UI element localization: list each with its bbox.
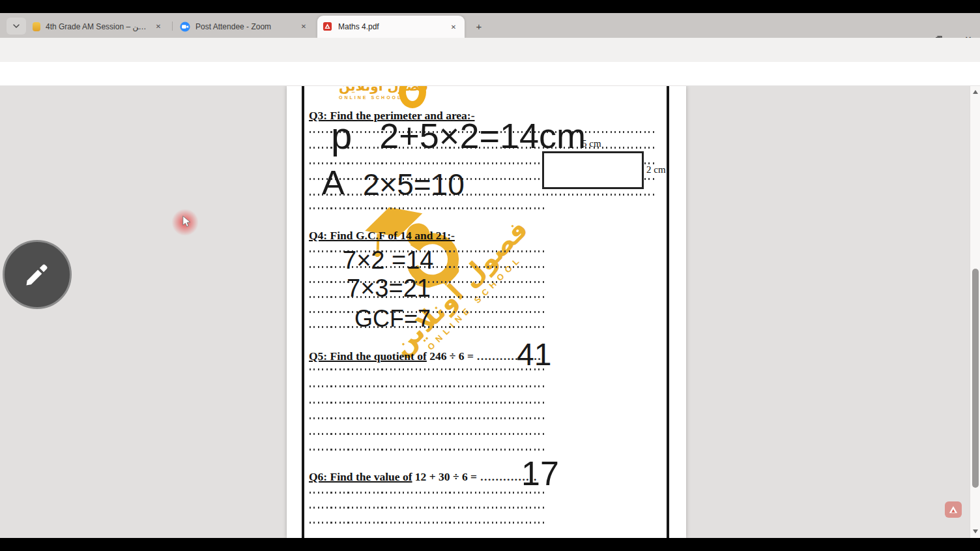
- tab-title: Post Attendee - Zoom: [195, 22, 293, 31]
- pdf-toolbar: Draw A))) ةa Ask Copilot — ↔ 2 of 2: [0, 62, 980, 86]
- q6-heading-rest: 12 + 30 ÷ 6 =: [412, 470, 480, 483]
- tab-title: 4th Grade AM Session – فصول أونلاين: [46, 22, 147, 31]
- pdf-favicon: [323, 22, 333, 32]
- acrobat-icon: [949, 505, 958, 514]
- worksheet-border-left: [302, 86, 304, 538]
- q3-area-annotation: A 2×5=10: [322, 163, 465, 202]
- perimeter-equation: 2+5×2=14cm: [379, 115, 586, 156]
- rect-height-label: 2 cm: [646, 164, 666, 175]
- q6-heading-underlined: Q6: Find the value of: [309, 470, 412, 483]
- q6-answer-annotation: 17: [521, 454, 559, 493]
- zoom-favicon: [180, 22, 190, 32]
- dotted-line: [310, 433, 544, 435]
- tab-divider: [172, 22, 173, 31]
- q4-answer: GCF=7: [354, 305, 431, 333]
- dotted-line: [310, 507, 544, 509]
- q4-heading: Q4: Find G.C.F of 14 and 21:-: [309, 229, 455, 243]
- tab-maths-pdf-active[interactable]: Maths 4.pdf ✕: [317, 16, 465, 38]
- session-favicon: [33, 22, 40, 31]
- mouse-cursor-icon: [181, 215, 193, 228]
- annotation-pencil-button[interactable]: [3, 240, 72, 309]
- dotted-line: [310, 449, 544, 451]
- tab-grade-session[interactable]: 4th Grade AM Session – فصول أونلاين ✕: [27, 17, 169, 36]
- dotted-line: [310, 492, 544, 494]
- q4-step2: 7×3=21: [347, 275, 431, 303]
- rectangle-figure: [542, 151, 644, 189]
- browser-tab-bar: 4th Grade AM Session – فصول أونلاين ✕ Po…: [0, 13, 980, 38]
- scroll-up-icon[interactable]: [973, 90, 978, 94]
- tab-zoom[interactable]: Post Attendee - Zoom ✕: [175, 17, 315, 36]
- close-tab-icon[interactable]: ✕: [298, 21, 310, 33]
- scrollbar-thumb[interactable]: [972, 269, 979, 488]
- q5-heading-rest: 246 ÷ 6 =: [427, 350, 476, 363]
- address-bar: ← File | C:/Users/iShop/Downloads/Maths%…: [0, 38, 980, 62]
- dotted-line: [310, 385, 544, 387]
- close-tab-icon[interactable]: ✕: [448, 21, 459, 33]
- q4-step1: 7×2 =14: [343, 246, 433, 275]
- dotted-line: [310, 417, 544, 419]
- area-symbol: A: [322, 163, 345, 202]
- area-equation: 2×5=10: [363, 167, 465, 202]
- scrollbar[interactable]: [970, 86, 980, 538]
- dotted-line: [310, 522, 544, 524]
- top-letterbox: [0, 0, 980, 13]
- dotted-line: [310, 207, 544, 209]
- rect-width-label: 5 cm: [582, 138, 601, 149]
- q5-heading-underlined: Q5: Find the quotient of: [309, 350, 427, 363]
- tab-title: Maths 4.pdf: [338, 22, 442, 31]
- q3-perimeter-annotation: p 2+5×2=14cm: [331, 113, 586, 157]
- dotted-line: [310, 368, 544, 370]
- pencil-icon: [22, 260, 52, 290]
- acrobat-extension-chip[interactable]: [945, 501, 962, 518]
- q5-heading: Q5: Find the quotient of 246 ÷ 6 = ………………: [309, 350, 545, 363]
- scroll-down-icon[interactable]: [973, 529, 978, 533]
- perimeter-symbol: p: [331, 113, 352, 157]
- worksheet-border-right: [667, 86, 669, 538]
- new-tab-button[interactable]: +: [472, 20, 485, 33]
- close-tab-icon[interactable]: ✕: [152, 21, 164, 33]
- q6-heading: Q6: Find the value of 12 + 30 ÷ 6 = ……………: [309, 470, 537, 484]
- tab-search-button[interactable]: [7, 18, 26, 35]
- dotted-line: [310, 402, 544, 404]
- chevron-down-icon: [12, 22, 20, 30]
- q5-answer-annotation: 41: [517, 336, 551, 372]
- pdf-viewer[interactable]: فصول أونلاين ONLINE SCHOOL فصول أونلاين …: [0, 86, 980, 538]
- bottom-letterbox: [0, 538, 980, 551]
